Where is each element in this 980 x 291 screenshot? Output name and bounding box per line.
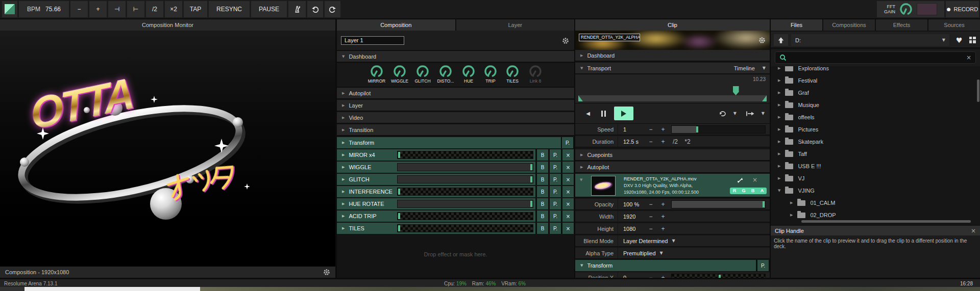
bpm-increase-button[interactable]: + xyxy=(89,1,107,17)
remove-effect-button[interactable]: × xyxy=(562,186,574,197)
params-button[interactable]: P. xyxy=(550,210,561,222)
beat-nudge-left-button[interactable]: ⊣ xyxy=(108,1,126,17)
dashboard-knob-hue[interactable]: HUE xyxy=(457,65,480,84)
tree-item-vjing[interactable]: VJING xyxy=(771,184,980,197)
tab-layer[interactable]: Layer xyxy=(456,19,575,31)
expand-arrow-icon[interactable] xyxy=(778,164,780,168)
section-cuepoints[interactable]: Cuepoints xyxy=(575,149,770,161)
expand-arrow-icon[interactable] xyxy=(778,115,780,119)
tab-sources[interactable]: Sources xyxy=(928,19,980,31)
pause-button[interactable]: PAUSE xyxy=(251,1,287,17)
position-x-decrease-button[interactable]: − xyxy=(645,274,657,278)
fft-gain-knob[interactable] xyxy=(899,3,913,16)
collapse-arrow-icon[interactable] xyxy=(778,189,780,193)
effect-opacity-slider[interactable] xyxy=(397,163,533,171)
tab-files[interactable]: Files xyxy=(771,19,823,31)
favorites-button[interactable]: ♥ xyxy=(953,34,965,46)
section-dashboard[interactable]: Dashboard xyxy=(337,51,574,63)
position-x-slider[interactable] xyxy=(671,274,766,278)
expand-arrow-icon[interactable] xyxy=(778,78,780,83)
tree-item-explorations[interactable]: Explorations xyxy=(771,66,980,74)
opacity-slider[interactable] xyxy=(671,200,766,208)
clip-settings-button[interactable] xyxy=(758,37,766,44)
play-direction-dropdown[interactable] xyxy=(746,111,765,117)
fft-gain-control[interactable]: FFT GAIN xyxy=(877,1,944,17)
remove-effect-button[interactable]: × xyxy=(562,149,574,161)
alpha-type-dropdown[interactable]: Premultiplied xyxy=(618,250,656,256)
expand-arrow-icon[interactable] xyxy=(778,176,780,180)
remove-effect-button[interactable]: × xyxy=(562,198,574,209)
dashboard-knob-disto[interactable]: DISTO... xyxy=(434,65,457,84)
params-button[interactable]: P. xyxy=(550,198,561,209)
tree-item-taff[interactable]: Taff xyxy=(771,148,980,160)
blue-channel-button[interactable]: B xyxy=(748,188,757,194)
effect-opacity-slider[interactable] xyxy=(397,224,533,232)
redo-button[interactable] xyxy=(325,1,340,17)
timeline-playhead[interactable] xyxy=(733,86,739,95)
bypass-button[interactable]: B xyxy=(537,186,548,197)
dashboard-knob-trip[interactable]: TRIP xyxy=(479,65,502,84)
expand-arrow-icon[interactable] xyxy=(778,127,780,131)
opacity-value[interactable]: 100 % xyxy=(618,201,645,207)
drive-path-dropdown[interactable]: D: xyxy=(791,34,949,46)
tab-composition[interactable]: Composition xyxy=(337,19,456,31)
opacity-increase-button[interactable]: + xyxy=(657,201,669,208)
pause-playback-button[interactable] xyxy=(596,108,611,120)
play-backwards-button[interactable]: ◀ xyxy=(580,108,596,120)
bypass-button[interactable]: B xyxy=(537,149,548,161)
section-autopilot[interactable]: Autopilot xyxy=(337,88,574,99)
remove-effect-button[interactable]: × xyxy=(562,174,574,185)
tree-item-pictures[interactable]: Pictures xyxy=(771,123,980,136)
tree-item-graf[interactable]: Graf xyxy=(771,87,980,99)
params-button[interactable]: P. xyxy=(550,174,561,185)
tree-item-01-calm[interactable]: 01_CALM xyxy=(771,197,980,209)
tab-compositions[interactable]: Compositions xyxy=(823,19,876,31)
params-button[interactable]: P. xyxy=(562,137,573,148)
tab-clip[interactable]: Clip xyxy=(575,19,770,31)
timeline-track[interactable] xyxy=(578,95,767,101)
bpm-decrease-button[interactable]: − xyxy=(70,1,88,17)
expand-arrow-icon[interactable] xyxy=(778,103,780,107)
loop-mode-dropdown[interactable] xyxy=(719,110,737,117)
duration-increase-button[interactable]: + xyxy=(657,138,669,145)
horizontal-scrollbar[interactable] xyxy=(801,220,971,223)
expand-arrow-icon[interactable] xyxy=(778,140,780,144)
bpm-value[interactable]: 75.66 xyxy=(45,6,61,13)
vertical-scrollbar[interactable] xyxy=(977,80,979,102)
metronome-button[interactable] xyxy=(288,1,306,17)
tab-effects[interactable]: Effects xyxy=(876,19,928,31)
effect-opacity-slider[interactable] xyxy=(397,151,533,159)
close-icon[interactable] xyxy=(971,227,976,234)
speed-decrease-button[interactable]: − xyxy=(645,126,657,133)
view-toggle-button[interactable] xyxy=(967,34,978,46)
width-value[interactable]: 1920 xyxy=(618,214,645,220)
effect-opacity-slider[interactable] xyxy=(397,212,533,220)
effect-row-hue-rotate[interactable]: HUE ROTATE B P. × xyxy=(337,198,574,209)
bypass-button[interactable]: B xyxy=(537,210,548,222)
expand-arrow-icon[interactable] xyxy=(778,91,780,95)
remove-effect-button[interactable]: × xyxy=(562,223,574,234)
speed-slider[interactable] xyxy=(671,125,766,134)
effect-row-glitch[interactable]: GLITCH B P. × xyxy=(337,174,574,185)
expand-arrow-icon[interactable] xyxy=(790,213,793,217)
tree-item-02-drop[interactable]: 02_DROP xyxy=(771,209,980,221)
effect-row-acid-trip[interactable]: ACID TRIP B P. × xyxy=(337,210,574,222)
dashboard-knob-mirror[interactable]: MIRROR xyxy=(365,65,388,84)
app-logo[interactable] xyxy=(2,1,17,17)
search-box[interactable] xyxy=(775,51,976,64)
effect-row-tiles[interactable]: TILES B P. × xyxy=(337,223,574,234)
opacity-decrease-button[interactable]: − xyxy=(645,201,657,208)
effect-row-miror-x4[interactable]: MIROR x4 B P. × xyxy=(337,149,574,161)
height-value[interactable]: 1080 xyxy=(618,226,645,232)
bypass-button[interactable]: B xyxy=(537,223,548,234)
blend-mode-dropdown[interactable]: Layer Determined xyxy=(618,238,668,244)
params-button[interactable]: P. xyxy=(550,149,561,161)
section-transform[interactable]: Transform P. xyxy=(575,260,770,271)
bypass-button[interactable]: B xyxy=(537,198,548,209)
tap-button[interactable]: TAP xyxy=(184,1,207,17)
width-decrease-button[interactable]: − xyxy=(645,213,657,220)
width-increase-button[interactable]: + xyxy=(657,213,669,220)
height-increase-button[interactable]: + xyxy=(657,225,669,232)
effect-row-interference[interactable]: INTERFERENCE B P. × xyxy=(337,186,574,197)
section-transition[interactable]: Transition xyxy=(337,124,574,136)
